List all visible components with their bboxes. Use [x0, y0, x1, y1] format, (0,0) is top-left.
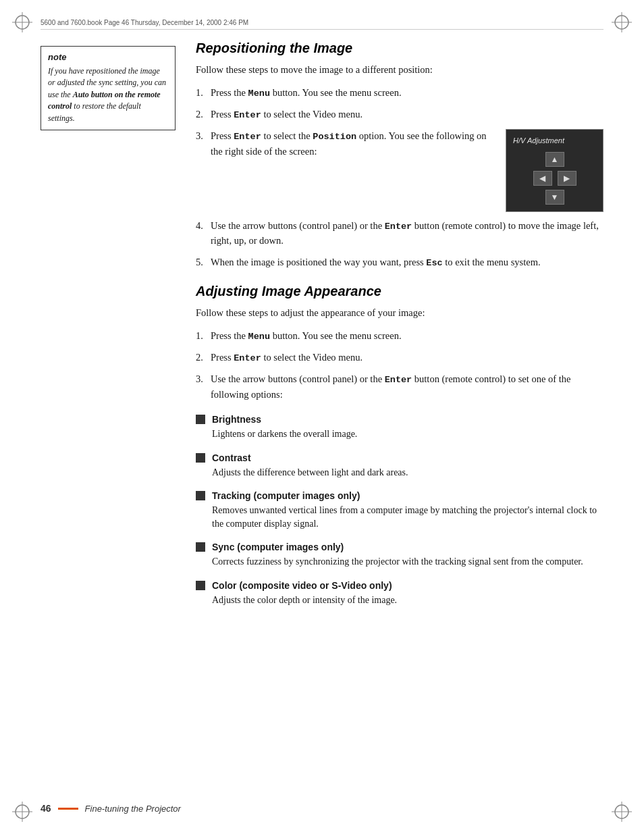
bullet-term-color: Color (composite video or S-Video only): [212, 579, 603, 593]
note-box: note If you have repositioned the image …: [41, 46, 176, 130]
bullet-square-sync: [196, 542, 205, 552]
step2-num: 2.: [196, 107, 211, 122]
bullet-def-brightness: Lightens or darkens the overall image.: [212, 427, 603, 441]
bullet-def-contrast: Adjusts the difference between light and…: [212, 466, 603, 479]
reg-mark-br: [612, 802, 632, 822]
s2-step3: 3. Use the arrow buttons (control panel)…: [196, 372, 603, 402]
s2-step3-bold: Enter: [385, 375, 412, 385]
section2-steps: 1. Press the Menu button. You see the me…: [196, 329, 603, 402]
sidebar: note If you have repositioned the image …: [41, 41, 189, 793]
page-number: 46: [41, 803, 51, 814]
hv-panel-title: H/V Adjustment: [513, 135, 596, 147]
bullet-color: Color (composite video or S-Video only) …: [196, 579, 603, 607]
bullet-term-brightness: Brightness: [212, 413, 603, 427]
main-content: Repositioning the Image Follow these ste…: [189, 41, 603, 793]
section2: Adjusting Image Appearance Follow these …: [196, 284, 603, 607]
step5: 5. When the image is positioned the way …: [196, 255, 603, 270]
step2-bold: Enter: [234, 110, 261, 120]
bullet-tracking: Tracking (computer images only) Removes …: [196, 489, 603, 531]
hv-arrow-right: ▶: [558, 171, 576, 186]
s2-step1-num: 1.: [196, 329, 211, 344]
step3-bold1: Enter: [234, 132, 261, 142]
step1: 1. Press the Menu button. You see the me…: [196, 86, 603, 101]
s2-step1: 1. Press the Menu button. You see the me…: [196, 329, 603, 344]
hv-arrow-up: ▲: [545, 152, 564, 167]
hv-arrow-down: ▼: [545, 190, 564, 205]
step5-bold: Esc: [426, 258, 442, 268]
note-title: note: [48, 52, 168, 62]
reg-mark-tl: [12, 12, 32, 32]
step1-body: Press the Menu button. You see the menu …: [211, 86, 603, 101]
s2-step3-num: 3.: [196, 372, 211, 402]
s2-step2-num: 2.: [196, 350, 211, 365]
section1: Repositioning the Image Follow these ste…: [196, 41, 603, 270]
step2: 2. Press Enter to select the Video menu.: [196, 107, 603, 122]
note-text: If you have repositioned the image or ad…: [48, 66, 168, 124]
step2-body: Press Enter to select the Video menu.: [211, 107, 603, 122]
bullet-body-contrast: Contrast Adjusts the difference between …: [212, 451, 603, 479]
s2-step2-bold: Enter: [234, 353, 261, 363]
section1-intro: Follow these steps to move the image to …: [196, 63, 603, 78]
step3-bold2: Position: [313, 132, 356, 142]
bullet-square-tracking: [196, 491, 205, 500]
section2-title: Adjusting Image Appearance: [196, 284, 603, 299]
s2-step2-body: Press Enter to select the Video menu.: [211, 350, 603, 365]
section2-intro: Follow these steps to adjust the appeara…: [196, 306, 603, 321]
section1-title: Repositioning the Image: [196, 41, 603, 56]
step3-body: Press Enter to select the Position optio…: [211, 129, 603, 212]
step3: 3. Press Enter to select the Position op…: [196, 129, 603, 212]
reg-mark-bl: [12, 802, 32, 822]
page-footer: 46 Fine-tuning the Projector: [41, 803, 603, 814]
bullet-term-contrast: Contrast: [212, 451, 603, 465]
step3-text: Press Enter to select the Position optio…: [211, 129, 496, 159]
bullet-def-tracking: Removes unwanted vertical lines from a c…: [212, 504, 603, 531]
bullet-term-sync: Sync (computer images only): [212, 540, 603, 554]
step4-body: Use the arrow buttons (control panel) or…: [211, 219, 603, 249]
hv-row-mid: ◀ ▶: [533, 171, 576, 186]
bullet-sync: Sync (computer images only) Corrects fuz…: [196, 540, 603, 569]
page-content: note If you have repositioned the image …: [41, 41, 603, 793]
bullet-brightness: Brightness Lightens or darkens the overa…: [196, 413, 603, 441]
bullet-term-tracking: Tracking (computer images only): [212, 489, 603, 503]
s2-step2: 2. Press Enter to select the Video menu.: [196, 350, 603, 365]
step1-bold: Menu: [248, 88, 270, 99]
step4-bold: Enter: [385, 221, 412, 232]
step3-row: Press Enter to select the Position optio…: [211, 129, 603, 212]
s2-step1-body: Press the Menu button. You see the menu …: [211, 329, 603, 344]
hv-arrows: ▲ ◀ ▶ ▼: [513, 152, 596, 205]
footer-divider: [58, 808, 78, 810]
bullet-body-brightness: Brightness Lightens or darkens the overa…: [212, 413, 603, 441]
bullet-def-color: Adjusts the color depth or intensity of …: [212, 594, 603, 607]
step4: 4. Use the arrow buttons (control panel)…: [196, 219, 603, 249]
hv-arrow-left: ◀: [533, 171, 552, 186]
footer-label: Fine-tuning the Projector: [85, 804, 181, 814]
step5-num: 5.: [196, 255, 211, 270]
page-header: 5600 and 7600.book Page 46 Thursday, Dec…: [41, 19, 603, 30]
bullet-square-brightness: [196, 415, 205, 424]
bullet-body-sync: Sync (computer images only) Corrects fuz…: [212, 540, 603, 569]
step5-body: When the image is positioned the way you…: [211, 255, 603, 270]
s2-step3-body: Use the arrow buttons (control panel) or…: [211, 372, 603, 402]
step3-num: 3.: [196, 129, 211, 212]
reg-mark-tr: [612, 12, 632, 32]
s2-step1-bold: Menu: [248, 332, 270, 342]
bullet-body-color: Color (composite video or S-Video only) …: [212, 579, 603, 607]
bullet-square-color: [196, 581, 205, 590]
step4-num: 4.: [196, 219, 211, 249]
bullet-square-contrast: [196, 453, 205, 463]
bullet-def-sync: Corrects fuzziness by synchronizing the …: [212, 555, 603, 569]
bullet-list: Brightness Lightens or darkens the overa…: [196, 413, 603, 607]
step1-num: 1.: [196, 86, 211, 101]
header-text: 5600 and 7600.book Page 46 Thursday, Dec…: [41, 19, 248, 26]
section1-steps: 1. Press the Menu button. You see the me…: [196, 86, 603, 270]
bullet-contrast: Contrast Adjusts the difference between …: [196, 451, 603, 479]
hv-panel: H/V Adjustment ▲ ◀ ▶ ▼: [506, 129, 603, 212]
bullet-body-tracking: Tracking (computer images only) Removes …: [212, 489, 603, 531]
